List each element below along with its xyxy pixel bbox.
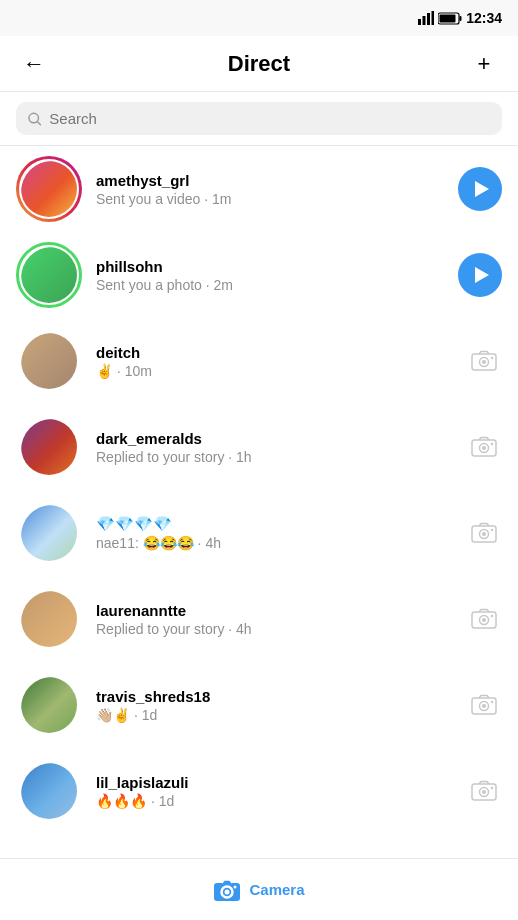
- bottom-bar[interactable]: Camera: [0, 858, 518, 920]
- msg-preview: Replied to your story · 1h: [96, 449, 452, 465]
- msg-content: lil_lapislazuli 🔥🔥🔥 · 1d: [96, 774, 452, 809]
- status-icons: 12:34: [418, 10, 502, 26]
- svg-rect-5: [460, 16, 462, 21]
- msg-preview: Replied to your story · 4h: [96, 621, 452, 637]
- camera-icon: [471, 436, 497, 458]
- msg-preview: 🔥🔥🔥 · 1d: [96, 793, 452, 809]
- search-icon: [28, 112, 41, 126]
- avatar: [21, 419, 77, 475]
- play-button[interactable]: [458, 253, 502, 297]
- message-item[interactable]: dark_emeralds Replied to your story · 1h: [0, 404, 518, 490]
- camera-label: Camera: [249, 881, 304, 898]
- camera-icon: [471, 522, 497, 544]
- message-item[interactable]: laurenanntte Replied to your story · 4h: [0, 576, 518, 662]
- camera-button[interactable]: [466, 429, 502, 465]
- msg-username: phillsohn: [96, 258, 444, 275]
- battery-icon: [438, 12, 462, 25]
- avatar: [21, 333, 77, 389]
- message-item[interactable]: amethyst_grl Sent you a video · 1m: [0, 146, 518, 232]
- svg-point-28: [491, 701, 493, 703]
- msg-preview: nae11: 😂😂😂 · 4h: [96, 535, 452, 551]
- avatar-wrap: [16, 586, 82, 652]
- camera-icon: [471, 780, 497, 802]
- msg-username: deitch: [96, 344, 452, 361]
- camera-button[interactable]: [466, 687, 502, 723]
- svg-rect-0: [418, 19, 421, 25]
- camera-bottom-icon: [213, 876, 241, 904]
- msg-username: amethyst_grl: [96, 172, 444, 189]
- svg-point-31: [482, 790, 486, 794]
- svg-point-32: [491, 787, 493, 789]
- msg-preview: Sent you a video · 1m: [96, 191, 444, 207]
- camera-icon: [213, 878, 241, 902]
- camera-icon: [471, 350, 497, 372]
- message-list: amethyst_grl Sent you a video · 1m phill…: [0, 146, 518, 860]
- message-item[interactable]: lil_lapislazuli 🔥🔥🔥 · 1d: [0, 748, 518, 834]
- svg-rect-2: [427, 13, 430, 25]
- message-item[interactable]: phillsohn Sent you a photo · 2m: [0, 232, 518, 318]
- avatar-wrap: [16, 156, 82, 222]
- avatar-wrap: [16, 414, 82, 480]
- avatar: [21, 591, 77, 647]
- msg-username: lil_lapislazuli: [96, 774, 452, 791]
- msg-username: dark_emeralds: [96, 430, 452, 447]
- avatar: [21, 247, 77, 303]
- header: ← Direct +: [0, 36, 518, 92]
- message-item[interactable]: travis_shreds18 👋🏼✌️ · 1d: [0, 662, 518, 748]
- camera-icon: [471, 694, 497, 716]
- msg-content: deitch ✌️ · 10m: [96, 344, 452, 379]
- svg-line-8: [38, 121, 41, 124]
- add-button[interactable]: +: [466, 46, 502, 82]
- msg-preview: ✌️ · 10m: [96, 363, 452, 379]
- msg-content: travis_shreds18 👋🏼✌️ · 1d: [96, 688, 452, 723]
- svg-point-36: [234, 885, 237, 888]
- msg-username: travis_shreds18: [96, 688, 452, 705]
- avatar-wrap: [16, 500, 82, 566]
- avatar: [21, 505, 77, 561]
- avatar: [21, 677, 77, 733]
- msg-preview: 👋🏼✌️ · 1d: [96, 707, 452, 723]
- search-bar: [0, 92, 518, 146]
- svg-point-20: [491, 529, 493, 531]
- svg-point-19: [482, 532, 486, 536]
- search-input-wrap[interactable]: [16, 102, 502, 135]
- svg-rect-3: [432, 11, 435, 25]
- status-bar: 12:34: [0, 0, 518, 36]
- svg-point-35: [225, 889, 230, 894]
- camera-icon: [471, 608, 497, 630]
- back-button[interactable]: ←: [16, 46, 52, 82]
- svg-point-11: [482, 360, 486, 364]
- svg-point-24: [491, 615, 493, 617]
- msg-preview: Sent you a photo · 2m: [96, 277, 444, 293]
- msg-username: laurenanntte: [96, 602, 452, 619]
- msg-content: 💎💎💎💎 nae11: 😂😂😂 · 4h: [96, 515, 452, 551]
- svg-point-15: [482, 446, 486, 450]
- svg-point-27: [482, 704, 486, 708]
- camera-button[interactable]: [466, 343, 502, 379]
- svg-point-12: [491, 357, 493, 359]
- camera-button[interactable]: [466, 515, 502, 551]
- message-item[interactable]: deitch ✌️ · 10m: [0, 318, 518, 404]
- svg-rect-6: [440, 14, 456, 22]
- avatar-wrap: [16, 242, 82, 308]
- msg-username: 💎💎💎💎: [96, 515, 452, 533]
- avatar-wrap: [16, 758, 82, 824]
- signal-icon: [418, 11, 434, 25]
- msg-content: laurenanntte Replied to your story · 4h: [96, 602, 452, 637]
- message-item[interactable]: 💎💎💎💎 nae11: 😂😂😂 · 4h: [0, 490, 518, 576]
- svg-point-16: [491, 443, 493, 445]
- page-title: Direct: [228, 51, 290, 77]
- camera-button[interactable]: [466, 601, 502, 637]
- avatar: [21, 161, 77, 217]
- play-button[interactable]: [458, 167, 502, 211]
- msg-content: dark_emeralds Replied to your story · 1h: [96, 430, 452, 465]
- avatar: [21, 763, 77, 819]
- search-input[interactable]: [49, 110, 490, 127]
- status-time: 12:34: [466, 10, 502, 26]
- svg-rect-1: [423, 16, 426, 25]
- avatar-wrap: [16, 328, 82, 394]
- camera-button[interactable]: [466, 773, 502, 809]
- msg-content: phillsohn Sent you a photo · 2m: [96, 258, 444, 293]
- svg-point-23: [482, 618, 486, 622]
- msg-content: amethyst_grl Sent you a video · 1m: [96, 172, 444, 207]
